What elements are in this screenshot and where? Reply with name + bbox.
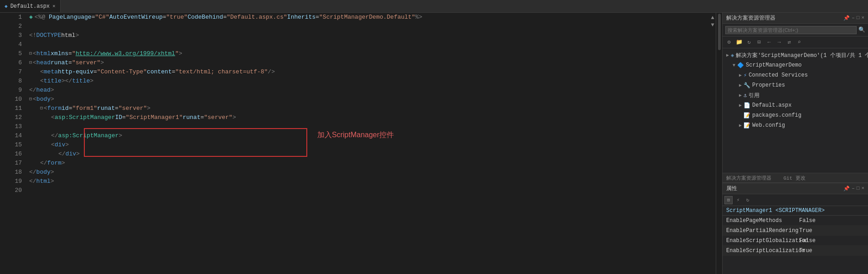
toolbar-btn-4[interactable]: ⊟ — [754, 38, 764, 47]
props-header: 属性 📌 – □ × — [723, 183, 868, 194]
packages-config-icon: 📝 — [744, 112, 750, 119]
search-bar: 🔍 — [723, 24, 868, 36]
solution-arrow: ▶ — [724, 52, 731, 58]
references-label: 引用 — [749, 92, 760, 99]
props-row-1: EnablePageMethods False — [723, 216, 868, 226]
tree-view[interactable]: ▶ ◈ 解决方案'ScriptManagerDemo'(1 个项目/共 1 个)… — [723, 48, 868, 173]
margin-13 — [0, 122, 9, 131]
tab-close-button[interactable]: × — [52, 4, 56, 9]
pin-icon[interactable]: 📌 — [843, 15, 850, 21]
solution-label: 解决方案'ScriptManagerDemo'(1 个项目/共 1 个) — [736, 52, 868, 59]
props-toolbar: ⊞ ⚡ ↻ — [723, 194, 868, 206]
minimize-icon[interactable]: – — [852, 15, 855, 21]
code-line-10: ⊟<body> — [29, 95, 709, 104]
editor-area: 12345 678910 1112131415 1617181920 加入Scr… — [0, 13, 722, 274]
toolbar-btn-5[interactable]: ← — [765, 38, 774, 47]
scrollbar-thumb[interactable] — [718, 14, 721, 50]
tree-project[interactable]: ▼ 🔷 ScriptManagerDemo — [723, 60, 868, 70]
margin-2 — [0, 22, 9, 31]
tab-bar: ◆ Default.aspx × — [0, 0, 868, 13]
fold-6[interactable]: ⊟ — [29, 58, 32, 67]
references-arrow: ▶ — [737, 93, 744, 98]
maximize-icon[interactable]: □ — [857, 15, 860, 21]
props-row-3: EnableScriptGlobalization False — [723, 236, 868, 246]
properties-panel: 属性 📌 – □ × ⊞ ⚡ ↻ ScriptManager1 <SCRIPTM… — [723, 183, 868, 274]
margin-19 — [0, 177, 9, 186]
toolbar-btn-1[interactable]: ⚙ — [724, 38, 734, 47]
code-line-1: ◈ <%@ Page Language="C#" AutoEventWireup… — [29, 13, 709, 22]
toolbar-btn-8[interactable]: ⌕ — [795, 38, 804, 47]
add-line-up[interactable]: ▲ — [711, 15, 714, 21]
aspx-arrow: ▶ — [737, 103, 744, 108]
code-line-15: <div> — [29, 140, 709, 150]
web-config-icon: 📝 — [744, 122, 750, 129]
margin-1 — [0, 13, 9, 22]
margin-15 — [0, 140, 9, 150]
code-content[interactable]: 加入ScriptManager控件 ◈ <%@ Page Language="C… — [26, 13, 709, 274]
props-pin-icon[interactable]: 📌 — [843, 186, 850, 191]
editor-vertical-scrollbar[interactable] — [716, 13, 722, 274]
code-line-19: </html> — [29, 177, 709, 186]
connected-arrow: ▶ — [737, 72, 744, 78]
add-line-down[interactable]: ▼ — [711, 22, 714, 28]
props-btn-3[interactable]: ↻ — [744, 196, 752, 204]
tree-solution[interactable]: ▶ ◈ 解决方案'ScriptManagerDemo'(1 个项目/共 1 个) — [723, 50, 868, 60]
tree-item-properties[interactable]: ▶ 🔧 Properties — [723, 80, 868, 90]
properties-icon: 🔧 — [744, 82, 750, 89]
properties-label: Properties — [752, 82, 785, 88]
toolbar-btn-3[interactable]: ↻ — [744, 38, 754, 47]
props-close-icon[interactable]: × — [861, 186, 864, 191]
tree-item-references[interactable]: ▶ ⚓ 引用 — [723, 90, 868, 100]
close-panel-icon[interactable]: × — [861, 15, 864, 21]
margin-4 — [0, 40, 9, 49]
right-panel: 解决方案资源管理器 📌 – □ × 🔍 ⚙ 📁 ↻ ⊟ ← → ⇄ ⌕ — [722, 13, 868, 274]
tab-default-aspx[interactable]: ◆ Default.aspx × — [0, 0, 61, 12]
margin-7 — [0, 67, 9, 77]
props-object-name: ScriptManager1 <SCRIPTMANAGER> — [723, 206, 868, 216]
fold-11[interactable]: ⊟ — [40, 104, 43, 113]
code-line-9: </head> — [29, 86, 709, 95]
props-minimize-icon[interactable]: – — [852, 186, 855, 191]
margin-20 — [0, 186, 9, 195]
props-name-3: EnableScriptGlobalization — [723, 238, 796, 244]
solution-explorer-header: 解决方案资源管理器 📌 – □ × — [723, 13, 868, 24]
properties-arrow: ▶ — [737, 83, 744, 88]
git-label: 解决方案资源管理器 Git 更改 — [726, 175, 806, 181]
toolbar-btn-6[interactable]: → — [775, 38, 784, 47]
props-panel-icons: 📌 – □ × — [843, 186, 864, 191]
code-line-6: ⊟<head runat="server"> — [29, 58, 709, 67]
props-table: EnablePageMethods False EnablePartialRen… — [723, 216, 868, 274]
tree-item-web-config[interactable]: ▶ 📝 Web.config — [723, 120, 868, 130]
margin-9 — [0, 86, 9, 95]
tree-item-connected-services[interactable]: ▶ ⚡ Connected Services — [723, 70, 868, 80]
margin-14 — [0, 131, 9, 140]
margin-12 — [0, 113, 9, 122]
line1-icon: ◈ — [29, 13, 33, 22]
margin-17 — [0, 159, 9, 168]
code-line-16: </div> — [29, 150, 709, 159]
props-btn-2[interactable]: ⚡ — [734, 196, 742, 204]
props-row-4: EnableScriptLocalization True — [723, 246, 868, 256]
packages-config-label: packages.config — [752, 112, 801, 119]
project-arrow: ▼ — [731, 63, 737, 68]
fold-10[interactable]: ⊟ — [29, 95, 32, 104]
git-change-label: Git 更改 — [783, 176, 805, 181]
search-input[interactable] — [725, 26, 857, 34]
props-btn-1[interactable]: ⊞ — [724, 196, 733, 204]
tree-item-packages-config[interactable]: 📝 packages.config — [723, 110, 868, 120]
fold-5[interactable]: ⊟ — [29, 49, 32, 58]
toolbar-btn-2[interactable]: 📁 — [734, 38, 744, 47]
props-maximize-icon[interactable]: □ — [857, 186, 860, 191]
code-container: 12345 678910 1112131415 1617181920 加入Scr… — [0, 13, 722, 274]
props-value-4: True — [796, 248, 868, 254]
git-divider[interactable]: 解决方案资源管理器 Git 更改 — [723, 173, 868, 183]
solution-icon: ◈ — [731, 52, 734, 59]
panel-header-icons: 📌 – □ × — [843, 15, 864, 21]
web-config-label: Web.config — [752, 122, 785, 129]
toolbar-btn-7[interactable]: ⇄ — [785, 38, 794, 47]
code-line-12: <asp:ScriptManager ID="ScriptManager1" r… — [29, 113, 709, 122]
margin-16 — [0, 150, 9, 159]
tree-item-default-aspx[interactable]: ▶ 📄 Default.aspx — [723, 100, 868, 110]
margin-8 — [0, 77, 9, 86]
aspx-file-icon: 📄 — [744, 102, 750, 109]
